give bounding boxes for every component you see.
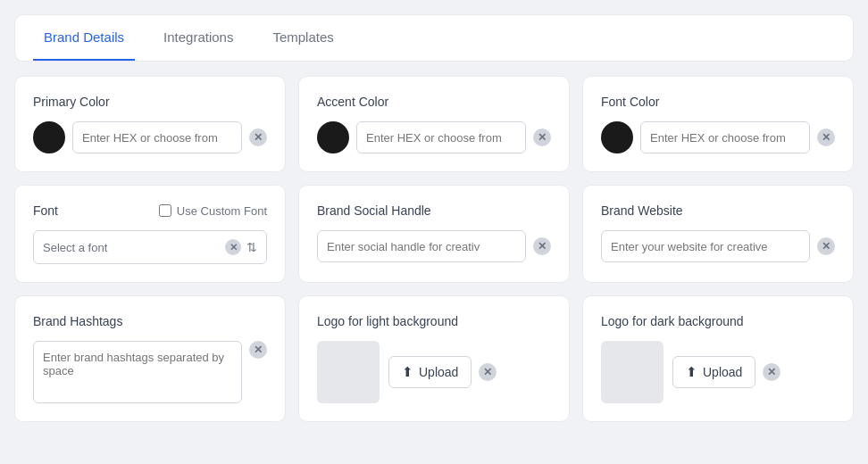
primary-color-title: Primary Color bbox=[33, 95, 267, 109]
brand-website-title: Brand Website bbox=[601, 203, 835, 218]
font-color-card: Font Color ✕ bbox=[582, 76, 854, 172]
logo-light-upload-button[interactable]: ⬆ Upload bbox=[388, 356, 472, 388]
logo-dark-title: Logo for dark background bbox=[601, 314, 835, 328]
font-card-title: Font bbox=[33, 203, 58, 218]
logo-dark-clear-button[interactable]: ✕ bbox=[763, 363, 780, 381]
logo-light-upload-label: Upload bbox=[419, 365, 458, 379]
logo-light-card: Logo for light background ⬆ Upload ✕ bbox=[298, 295, 570, 422]
custom-font-text: Use Custom Font bbox=[177, 204, 267, 218]
tab-templates[interactable]: Templates bbox=[262, 15, 344, 61]
upload-light-icon: ⬆ bbox=[402, 364, 413, 380]
accent-hex-input[interactable] bbox=[366, 131, 516, 145]
brand-social-row: ✕ bbox=[317, 230, 551, 262]
font-card: Font Use Custom Font Select a font ✕ ⇅ bbox=[14, 185, 286, 283]
custom-font-label[interactable]: Use Custom Font bbox=[159, 204, 267, 218]
font-clear-button[interactable]: ✕ bbox=[225, 239, 241, 255]
brand-hashtags-clear-button[interactable]: ✕ bbox=[249, 341, 267, 359]
brand-website-input-wrap bbox=[601, 230, 810, 262]
font-color-clear-button[interactable]: ✕ bbox=[817, 128, 835, 146]
tab-integrations[interactable]: Integrations bbox=[153, 15, 244, 61]
accent-color-clear-button[interactable]: ✕ bbox=[533, 128, 551, 146]
font-select-row[interactable]: Select a font ✕ ⇅ bbox=[33, 230, 267, 264]
brand-hashtags-input[interactable] bbox=[33, 341, 242, 403]
logo-dark-controls: ⬆ Upload ✕ bbox=[672, 356, 780, 388]
font-card-header: Font Use Custom Font bbox=[33, 203, 267, 218]
logo-dark-upload-label: Upload bbox=[703, 365, 742, 379]
font-hex-input[interactable] bbox=[650, 131, 800, 145]
primary-color-clear-button[interactable]: ✕ bbox=[249, 128, 267, 146]
accent-color-row: ✕ bbox=[317, 121, 551, 153]
accent-color-swatch[interactable] bbox=[317, 121, 349, 153]
logo-light-clear-button[interactable]: ✕ bbox=[479, 363, 497, 381]
font-color-title: Font Color bbox=[601, 95, 835, 109]
upload-dark-icon: ⬆ bbox=[686, 364, 697, 380]
logo-dark-thumbnail bbox=[601, 341, 664, 403]
custom-font-checkbox[interactable] bbox=[159, 204, 171, 217]
primary-hex-input-wrap bbox=[72, 121, 242, 153]
brand-social-clear-button[interactable]: ✕ bbox=[533, 237, 551, 255]
tabs-bar: Brand Details Integrations Templates bbox=[14, 14, 854, 62]
brand-website-row: ✕ bbox=[601, 230, 835, 262]
brand-website-input[interactable] bbox=[611, 240, 800, 253]
logo-dark-upload-button[interactable]: ⬆ Upload bbox=[672, 356, 755, 388]
accent-hex-input-wrap bbox=[356, 121, 526, 153]
logo-light-area: ⬆ Upload ✕ bbox=[317, 341, 551, 403]
cards-grid: Primary Color ✕ Accent Color ✕ Font bbox=[14, 76, 854, 422]
tab-brand-details[interactable]: Brand Details bbox=[33, 15, 135, 61]
brand-social-card: Brand Social Handle ✕ bbox=[298, 185, 570, 283]
primary-color-card: Primary Color ✕ bbox=[14, 76, 286, 172]
primary-hex-input[interactable] bbox=[82, 131, 232, 145]
brand-social-input[interactable] bbox=[327, 240, 516, 253]
primary-color-row: ✕ bbox=[33, 121, 267, 153]
brand-website-clear-button[interactable]: ✕ bbox=[817, 237, 835, 255]
logo-light-title: Logo for light background bbox=[317, 314, 551, 328]
logo-dark-card: Logo for dark background ⬆ Upload ✕ bbox=[582, 295, 854, 422]
font-color-row: ✕ bbox=[601, 121, 835, 153]
accent-color-card: Accent Color ✕ bbox=[298, 76, 570, 172]
logo-light-thumbnail bbox=[317, 341, 380, 403]
font-select-placeholder: Select a font bbox=[43, 241, 220, 254]
brand-website-card: Brand Website ✕ bbox=[582, 185, 854, 283]
brand-hashtags-card: Brand Hashtags ✕ bbox=[14, 295, 286, 422]
brand-social-title: Brand Social Handle bbox=[317, 203, 551, 218]
logo-dark-area: ⬆ Upload ✕ bbox=[601, 341, 835, 403]
brand-social-input-wrap bbox=[317, 230, 526, 262]
primary-color-swatch[interactable] bbox=[33, 121, 65, 153]
brand-hashtags-title: Brand Hashtags bbox=[33, 314, 267, 328]
font-hex-input-wrap bbox=[640, 121, 810, 153]
font-dropdown-arrow-icon: ⇅ bbox=[246, 240, 257, 254]
font-color-swatch[interactable] bbox=[601, 121, 633, 153]
brand-hashtags-row: ✕ bbox=[33, 341, 267, 403]
accent-color-title: Accent Color bbox=[317, 95, 551, 109]
logo-light-controls: ⬆ Upload ✕ bbox=[388, 356, 497, 388]
